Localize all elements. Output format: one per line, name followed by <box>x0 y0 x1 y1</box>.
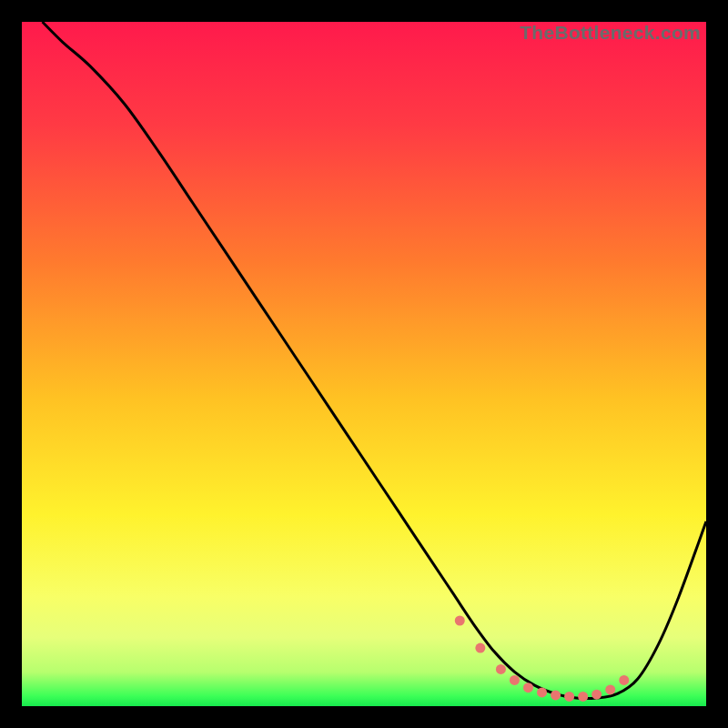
flat-dot <box>564 692 574 702</box>
flat-dot <box>578 692 588 702</box>
flat-dot <box>537 687 547 697</box>
flat-dot <box>619 675 629 685</box>
watermark-text: TheBottleneck.com <box>520 22 701 44</box>
chart-svg <box>22 22 706 706</box>
flat-dot <box>496 664 506 674</box>
flat-dot <box>510 675 520 685</box>
flat-dot <box>605 684 615 694</box>
flat-dot <box>475 643 485 653</box>
flat-dot <box>523 682 533 693</box>
flat-dot <box>455 616 465 626</box>
plot-area: TheBottleneck.com <box>22 22 706 706</box>
flat-dot <box>551 690 561 700</box>
gradient-background <box>22 22 706 706</box>
flat-dot <box>592 690 602 700</box>
chart-frame: TheBottleneck.com <box>0 0 728 728</box>
